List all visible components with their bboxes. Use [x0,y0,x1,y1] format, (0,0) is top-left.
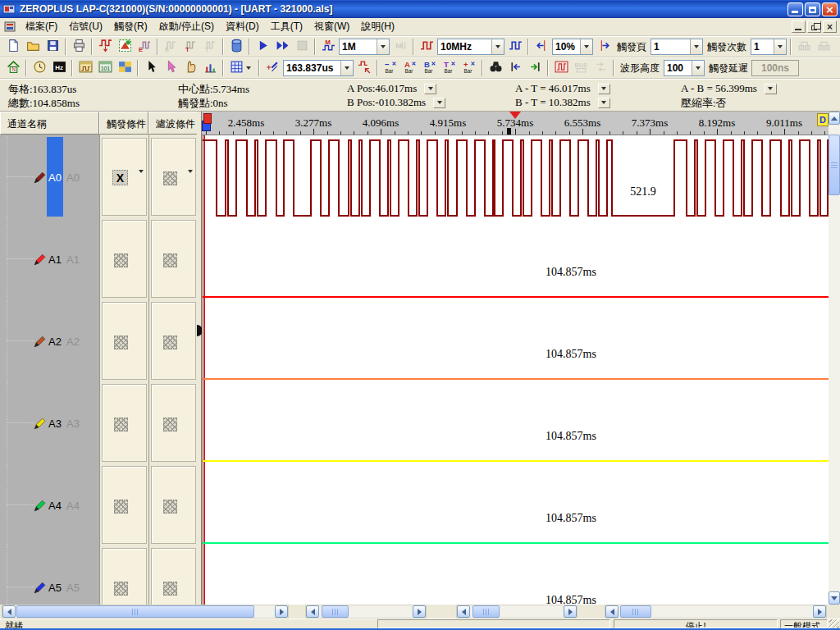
filter-condition-cell-A2[interactable] [151,302,196,380]
wave-height-combo[interactable]: 100 [664,60,705,76]
a-bar-button[interactable]: ABar [400,59,420,77]
filter-condition-cell-A1[interactable] [151,220,196,298]
condition-unset-icon[interactable] [163,171,177,185]
cell-dropdown-icon[interactable] [139,173,144,185]
trigger-condition-cell-A2[interactable] [102,302,147,380]
sample-rate-combo[interactable]: 10MHz [437,39,504,55]
scroll-thumb[interactable] [16,605,254,618]
save-file-button[interactable] [43,38,62,56]
scroll-right-button[interactable] [564,605,577,618]
scroll-thumb[interactable] [322,605,349,618]
resize-grip[interactable] [829,619,839,628]
mdi-restore-button[interactable] [807,21,821,33]
open-file-button[interactable] [23,38,43,56]
sampling-setup-button[interactable] [95,38,115,56]
channel-name[interactable]: A1 [48,253,62,266]
scroll-thumb[interactable] [472,605,500,618]
scroll-right-button[interactable] [813,605,826,618]
trigger-condition-cell-A3[interactable] [102,384,147,462]
condition-unset-icon[interactable] [114,336,128,349]
trigger-properties-button[interactable] [115,38,135,56]
home-view-button[interactable]: N [3,59,23,77]
clock-setup-button[interactable] [30,59,49,77]
trigger-condition-cell-A5[interactable] [102,548,147,605]
frequency-setup-button[interactable]: Hz [49,59,69,77]
scroll-up-button[interactable] [829,112,840,125]
go-to-start-button[interactable] [505,59,525,77]
compression-button[interactable] [226,38,246,56]
grid-display-button[interactable] [226,59,256,77]
condition-unset-icon[interactable] [114,253,128,267]
mdi-minimize-button[interactable] [792,21,806,33]
advanced-trigger-button[interactable]: T [180,38,200,56]
scroll-right-button[interactable] [275,605,288,618]
t-bar-button[interactable]: TBar [440,59,459,77]
waveform-window-button[interactable] [75,59,95,77]
b-bar-button[interactable]: BBar [420,59,440,77]
menu-item-5[interactable]: 工具(T) [265,18,308,34]
trigger-position-combo[interactable]: 10% [552,39,593,55]
zoom-scale-combo[interactable]: 163.837us [283,60,354,76]
channel-name[interactable]: A3 [48,418,62,430]
channel-name[interactable]: A4 [48,500,62,512]
combo-dropdown-icon[interactable] [692,61,704,75]
info-dropdown-button[interactable] [433,98,445,108]
noise-filter-button[interactable] [551,59,571,77]
combo-dropdown-icon[interactable] [580,39,592,54]
dropdown-arrow-icon[interactable] [244,59,253,77]
combo-dropdown-icon[interactable] [377,39,389,54]
menu-item-1[interactable]: 信號(U) [63,18,108,34]
filter-condition-cell-A0[interactable] [151,138,196,216]
filter-column-scrollbar[interactable] [456,605,578,619]
mdi-close-button[interactable]: × [823,21,837,33]
channel-pen-icon[interactable] [33,253,47,269]
edge-trigger-button[interactable]: E [135,38,154,56]
scroll-left-button[interactable] [306,605,319,618]
channel-name[interactable]: A5 [48,582,62,594]
listing-window-button[interactable]: 101 [95,59,115,77]
scroll-left-button[interactable] [605,605,619,618]
condition-unset-icon[interactable] [163,336,177,349]
channel-panel-scrollbar[interactable] [2,605,289,619]
new-file-button[interactable] [3,38,23,56]
channel-name[interactable]: A2 [48,336,62,348]
cell-dropdown-icon[interactable] [188,173,193,185]
menu-item-4[interactable]: 資料(D) [220,18,265,34]
condition-unset-icon[interactable] [163,582,177,596]
channel-name[interactable]: A0 [48,171,62,184]
channel-row-A2[interactable]: A2A2 [0,300,99,382]
channel-pen-icon[interactable] [33,335,47,351]
multi-select-cursor-button[interactable] [161,59,180,77]
channel-pen-icon[interactable] [33,499,47,515]
menu-item-7[interactable]: 說明(H) [355,18,400,34]
trigger-pos-right-button[interactable] [594,38,614,56]
zoom-to-trigger-button[interactable] [354,59,374,77]
sample-rate-button[interactable] [417,38,436,56]
filter-condition-cell-A5[interactable] [151,548,196,605]
channel-pen-icon[interactable] [33,581,47,597]
condition-unset-icon[interactable] [163,418,177,431]
channel-row-A0[interactable]: A0A0 [0,136,99,218]
filter-condition-cell-A3[interactable] [151,384,196,462]
condition-unset-icon[interactable] [163,253,177,267]
add-bar-button[interactable]: +Bar [459,59,479,77]
menu-item-0[interactable]: 檔案(F) [20,18,63,34]
channel-row-A3[interactable]: A3A3 [0,382,99,464]
channel-row-A1[interactable]: A1A1 [0,218,99,300]
menu-item-6[interactable]: 視窗(W) [308,18,355,34]
scroll-thumb[interactable] [620,605,651,618]
print-button[interactable] [69,38,89,56]
hand-pan-button[interactable] [180,59,200,77]
channel-row-A5[interactable]: A5A5 [0,546,99,605]
scroll-right-button[interactable] [413,605,426,618]
run-button[interactable] [253,38,272,56]
combo-dropdown-icon[interactable] [774,39,786,54]
channel-row-A4[interactable]: A4A4 [0,464,99,546]
vertical-scroll-thumb[interactable] [829,135,840,195]
trigger-condition-cell-A1[interactable] [102,220,147,298]
combo-dropdown-icon[interactable] [491,39,504,54]
zoom-fit-button[interactable] [262,59,282,77]
combo-dropdown-icon[interactable] [340,61,353,75]
vertical-scrollbar[interactable] [829,112,840,605]
find-button[interactable] [486,59,505,77]
